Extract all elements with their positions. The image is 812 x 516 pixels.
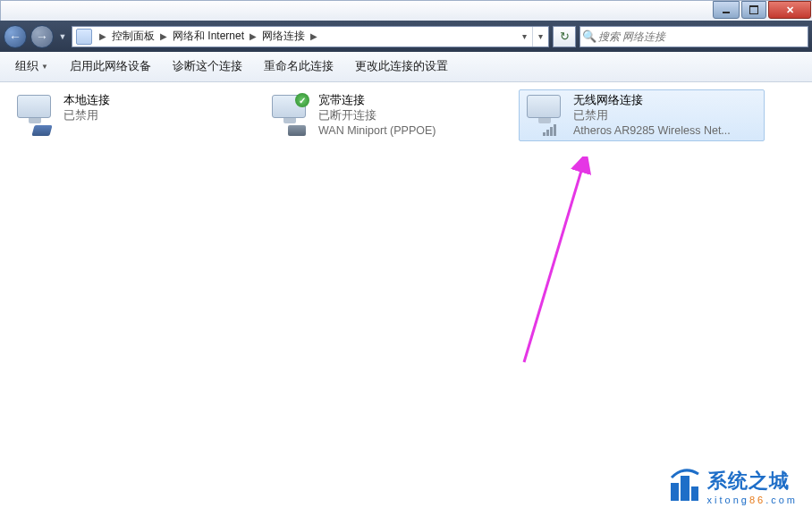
diagnose-button[interactable]: 诊断这个连接 <box>163 55 252 79</box>
network-adapter-icon <box>13 93 56 136</box>
connection-item-wireless[interactable]: 无线网络连接 已禁用 Atheros AR9285 Wireless Net..… <box>519 89 765 141</box>
connection-item-local[interactable]: 本地连接 已禁用 <box>9 89 255 141</box>
chevron-right-icon: ▶ <box>156 31 171 41</box>
minimize-button[interactable] <box>713 1 740 19</box>
breadcrumb-segment[interactable]: 控制面板 <box>110 29 156 44</box>
breadcrumb-segment[interactable]: 网络连接 <box>260 29 307 44</box>
svg-line-0 <box>524 162 584 362</box>
organize-label: 组织 <box>15 59 38 74</box>
wifi-signal-icon <box>543 123 561 136</box>
status-ok-icon: ✓ <box>295 93 309 107</box>
history-dropdown[interactable]: ▼ <box>57 32 68 41</box>
connection-status: 已断开连接 <box>318 108 505 123</box>
chevron-right-icon: ▶ <box>307 31 321 41</box>
refresh-button[interactable]: ↻ <box>553 26 576 47</box>
maximize-button[interactable] <box>741 1 766 19</box>
watermark-text: 系统之城 xitong86.com <box>707 468 799 505</box>
connection-item-broadband[interactable]: ✓ 宽带连接 已断开连接 WAN Miniport (PPPOE) <box>264 89 510 141</box>
connection-detail: WAN Miniport (PPPOE) <box>318 123 505 139</box>
connection-status: 已禁用 <box>63 108 250 123</box>
search-box[interactable]: 🔍 <box>579 26 808 47</box>
command-toolbar: 组织 ▼ 启用此网络设备 诊断这个连接 重命名此连接 更改此连接的设置 <box>0 52 812 82</box>
chevron-right-icon: ▶ <box>96 31 110 41</box>
watermark-title: 系统之城 <box>707 468 799 495</box>
rename-button[interactable]: 重命名此连接 <box>254 55 343 79</box>
window-controls <box>712 1 812 21</box>
watermark-icon <box>666 469 702 504</box>
connection-text: 本地连接 已禁用 <box>63 93 250 123</box>
address-dropdown[interactable]: ▾ <box>532 27 548 47</box>
watermark-logo: 系统之城 xitong86.com <box>666 468 799 505</box>
connection-title: 本地连接 <box>63 93 250 108</box>
location-icon <box>76 29 92 45</box>
search-input[interactable] <box>598 30 808 43</box>
modem-icon <box>288 125 306 136</box>
connection-detail: Atheros AR9285 Wireless Net... <box>573 123 760 139</box>
breadcrumb-segment[interactable]: 网络和 Internet <box>171 29 246 44</box>
forward-button[interactable]: → <box>30 25 54 48</box>
organize-menu[interactable]: 组织 ▼ <box>5 55 58 79</box>
network-adapter-icon: ✓ <box>268 93 311 136</box>
network-adapter-icon <box>523 93 566 136</box>
address-bar[interactable]: ▶ 控制面板 ▶ 网络和 Internet ▶ 网络连接 ▶ ▾ ▾ <box>72 26 549 47</box>
connection-status: 已禁用 <box>573 108 760 123</box>
enable-device-label: 启用此网络设备 <box>70 59 151 74</box>
enable-device-button[interactable]: 启用此网络设备 <box>60 55 161 79</box>
connection-text: 宽带连接 已断开连接 WAN Miniport (PPPOE) <box>318 93 505 139</box>
chevron-right-icon: ▶ <box>246 31 260 41</box>
rename-label: 重命名此连接 <box>264 59 334 74</box>
chevron-down-icon[interactable]: ▾ <box>517 31 532 41</box>
diagnose-label: 诊断这个连接 <box>173 59 242 74</box>
connection-text: 无线网络连接 已禁用 Atheros AR9285 Wireless Net..… <box>573 93 760 139</box>
close-button[interactable] <box>768 1 811 19</box>
connections-pane: 本地连接 已禁用 ✓ 宽带连接 已断开连接 WAN Miniport (PPPO… <box>0 82 812 148</box>
connection-title: 无线网络连接 <box>573 93 760 108</box>
back-button[interactable]: ← <box>4 25 27 48</box>
change-settings-label: 更改此连接的设置 <box>355 59 448 74</box>
annotation-arrow <box>517 156 597 367</box>
ethernet-plug-icon <box>31 125 52 136</box>
watermark-url: xitong86.com <box>707 495 799 505</box>
change-settings-button[interactable]: 更改此连接的设置 <box>345 55 458 79</box>
chevron-down-icon: ▼ <box>41 63 48 71</box>
search-icon: 🔍 <box>580 30 598 43</box>
window-titlebar <box>0 0 812 21</box>
connection-title: 宽带连接 <box>318 93 505 108</box>
navigation-bar: ← → ▼ ▶ 控制面板 ▶ 网络和 Internet ▶ 网络连接 ▶ ▾ ▾… <box>0 21 812 52</box>
